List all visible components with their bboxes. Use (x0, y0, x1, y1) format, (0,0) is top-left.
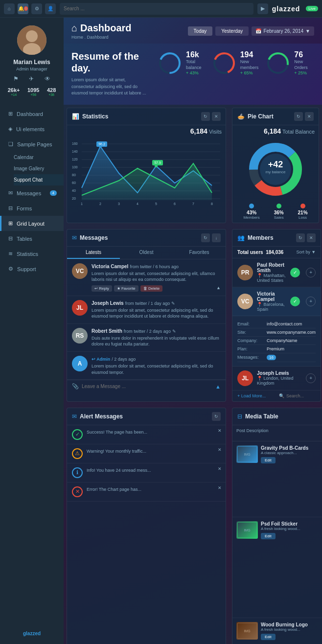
member-add-2[interactable]: + (306, 373, 316, 383)
company-label: Company: (237, 338, 267, 343)
tab-oldest[interactable]: Oldest (120, 247, 173, 259)
legend-dot-loss (300, 204, 305, 208)
expand-button-1[interactable]: ✎ (171, 301, 175, 306)
sidebar-item-grid-layout[interactable]: ⊞ Grid Layout (0, 216, 64, 231)
date-picker[interactable]: 📅 February 26, 2014 ▼ (252, 26, 314, 36)
home-icon[interactable]: ⌂ (4, 3, 15, 14)
members-search-input[interactable] (286, 393, 316, 398)
sidebar-item-tables[interactable]: ⊟ Tables (0, 231, 64, 246)
media-edit-button-2[interactable]: Edit (261, 634, 276, 640)
close-button[interactable]: ✕ (212, 112, 221, 121)
member-add-1[interactable]: + (306, 297, 316, 306)
pie-balance-row: 6,184 Total Balance (232, 125, 319, 136)
kpi-change-balance: + 43% (186, 70, 206, 75)
profile-icon[interactable]: 👤 (45, 3, 56, 14)
stat-change-2: +38 (47, 93, 56, 96)
legend-label-loss: Loss (298, 215, 308, 220)
members-widget-icon: 👥 (237, 234, 245, 241)
expand-button-2[interactable]: ✎ (172, 329, 176, 334)
sidebar-item-support[interactable]: ⚙ Support (0, 261, 64, 276)
svg-point-31 (99, 145, 102, 148)
svg-text:120: 120 (72, 158, 78, 161)
messages-download-button[interactable]: ↓ (212, 233, 221, 242)
member-item-1[interactable]: VC Victoria Campel 📍 Barcelona, Spain ✓ … (232, 287, 321, 316)
media-edit-button-1[interactable]: Edit (261, 533, 276, 539)
alert-info-close[interactable]: ✕ (218, 466, 222, 471)
sidebar-brand: glazzed (4, 631, 60, 636)
delete-button[interactable]: 🗑 Delete (140, 285, 162, 292)
alert-info: ℹ Info! You have 24 unread mess... ✕ (67, 463, 226, 483)
sidebar-item-dashboard[interactable]: ⊞ Dashboard (0, 106, 64, 121)
member-item-0[interactable]: PR Paul Robert Smith 📍 Manhattan, United… (232, 258, 321, 287)
tab-yesterday[interactable]: Yesterday (215, 26, 249, 36)
alert-warning: ⚠ Warning! Your monthly traffic... ✕ (67, 444, 226, 463)
media-table-widget: ⊟ Media Table + Post Description Date Po… (232, 408, 322, 644)
settings-icon[interactable]: ⚙ (31, 3, 42, 14)
message-content-3: ↩ Admin / 2 days ago Lorem ipsum dolor s… (92, 356, 221, 375)
legend-dot-sales (276, 204, 281, 208)
alert-success-text: Success! The page has been... (87, 429, 221, 436)
favorite-button[interactable]: ★ Favorite (114, 285, 138, 292)
sort-button[interactable]: Sort by ▼ (297, 250, 316, 254)
alert-refresh-button[interactable]: ↻ (212, 412, 221, 421)
sidebar-item-forms[interactable]: ⊟ Forms (0, 201, 64, 216)
media-row-1: IMG Psd Foil Sticker A fresh looking woo… (232, 517, 322, 618)
search-input[interactable] (60, 3, 253, 15)
sidebar-sub-gallery[interactable]: Image Gallery (14, 163, 64, 174)
message-text-3: Lorem ipsum dolor sit amet, consectetur … (92, 363, 221, 375)
sidebar-item-ui-elements[interactable]: ◈ Ui elements (0, 121, 64, 137)
alert-danger-close[interactable]: ✕ (218, 485, 222, 490)
pie-close-button[interactable]: ✕ (305, 112, 314, 121)
location-pin-icon: 📍 (257, 273, 262, 278)
bar-chart-icon: 📊 (72, 113, 79, 120)
members-widget-actions: ↻ ✕ (296, 233, 316, 242)
messages-refresh-button[interactable]: ↻ (201, 233, 210, 242)
send-button[interactable]: ▲ (215, 384, 221, 390)
location-icon[interactable]: ✈ (29, 75, 34, 82)
kpi-info-members: 194 New members + 65% (240, 50, 260, 75)
stat-change-1: +56 (27, 93, 39, 96)
alert-messages-widget: ✉ Alert Messages ↻ ✓ Success! The page h… (67, 408, 226, 644)
kpi-value-members: 194 (240, 50, 260, 59)
alert-success-close[interactable]: ✕ (218, 428, 222, 433)
sidebar-item-statistics[interactable]: ≋ Statistics (0, 246, 64, 261)
tab-favorites[interactable]: Favorites (173, 247, 226, 259)
live-badge: Live (306, 6, 318, 11)
svg-text:1: 1 (81, 202, 83, 206)
expand-button[interactable]: ▲ (216, 285, 221, 292)
svg-text:IMG: IMG (244, 453, 250, 456)
member-location-1: 📍 Barcelona, Spain (257, 302, 286, 312)
search-button[interactable]: ▶ (257, 3, 268, 14)
alert-warning-text: Warning! Your monthly traffic... (87, 448, 221, 455)
media-thumb-2: IMG (236, 622, 258, 640)
location-pin-icon-1: 📍 (257, 302, 262, 307)
pie-refresh-button[interactable]: ↻ (294, 112, 303, 121)
alert-warning-close[interactable]: ✕ (218, 447, 222, 452)
alert-widget-actions: ↻ (212, 412, 221, 421)
message-input[interactable] (82, 384, 212, 389)
sidebar-sub-calendar[interactable]: Calendar (14, 152, 64, 163)
sidebar-item-messages[interactable]: ✉ Messages 4 (0, 185, 64, 201)
eye-icon[interactable]: 👁 (45, 75, 50, 82)
load-more-button[interactable]: + Load More... (237, 393, 275, 398)
members-refresh-button[interactable]: ↻ (296, 233, 305, 242)
sidebar-label-grid: Grid Layout (17, 221, 45, 227)
sidebar-item-sample-pages[interactable]: ❑ Sample Pages (0, 137, 64, 152)
profile-action-icons: ⚑ ✈ 👁 (4, 75, 60, 82)
plan-label: Plan: (237, 346, 267, 351)
members-close-button[interactable]: ✕ (307, 233, 316, 242)
tab-latests[interactable]: Latests (67, 247, 120, 259)
media-edit-button-0[interactable]: Edit (261, 457, 276, 463)
chevron-down-icon: ▼ (311, 250, 316, 254)
refresh-button[interactable]: ↻ (201, 112, 210, 121)
sample-pages-submenu: Calendar Image Gallery Support Chat (0, 152, 64, 185)
svg-text:3: 3 (118, 202, 120, 206)
tab-today[interactable]: Today (188, 26, 213, 36)
sidebar-sub-support-chat[interactable]: Support Chat (14, 174, 64, 185)
reply-button[interactable]: ↩ Reply (92, 285, 112, 292)
member-item-2[interactable]: JL Joseph Lewis 📍 London, United Kingdom… (232, 367, 321, 391)
flag-icon[interactable]: ⚑ (13, 75, 19, 82)
notification-icon[interactable]: 🔔6 (18, 3, 28, 14)
grid-icon: ⊞ (8, 220, 13, 227)
member-add-0[interactable]: + (306, 268, 316, 277)
